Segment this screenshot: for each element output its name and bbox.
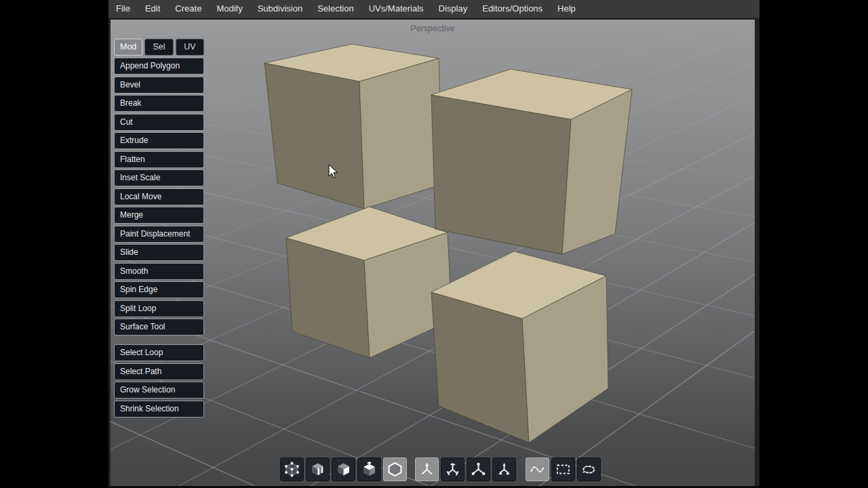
tool-button-split-loop[interactable]: Split Loop [114, 300, 204, 317]
transform-tool-button[interactable] [492, 458, 516, 481]
element-mode-button[interactable] [357, 458, 381, 481]
tool-button-select-loop[interactable]: Select Loop [114, 344, 204, 361]
rotate-tool-icon [444, 461, 461, 478]
tool-panel: ModSelUV Append PolygonBevelBreakCutExtr… [114, 39, 204, 419]
tool-button-local-move[interactable]: Local Move [114, 188, 204, 205]
cube-bottom-left[interactable] [286, 207, 452, 358]
tool-button-slide[interactable]: Slide [114, 244, 204, 261]
tool-button-merge[interactable]: Merge [114, 207, 204, 224]
tool-button-shrink-selection[interactable]: Shrink Selection [114, 401, 204, 418]
tool-button-append-polygon[interactable]: Append Polygon [114, 58, 204, 75]
menu-bar: FileEditCreateModifySubdivisionSelection… [108, 0, 760, 18]
vertex-mode-button[interactable] [280, 458, 304, 481]
object-mode-icon [387, 461, 403, 478]
tool-button-select-path[interactable]: Select Path [114, 363, 204, 380]
face-mode-icon [335, 461, 352, 478]
lasso-select-icon [580, 461, 597, 478]
edge-mode-button[interactable] [306, 458, 330, 481]
tool-button-inset-scale[interactable]: Inset Scale [114, 169, 204, 186]
toolbar-group-selection-mode [280, 458, 407, 481]
menu-item-file[interactable]: File [108, 0, 138, 18]
face-mode-button[interactable] [332, 458, 355, 481]
menu-item-edit[interactable]: Edit [138, 0, 167, 18]
scale-tool-button[interactable] [467, 458, 490, 481]
rect-select-button[interactable] [551, 458, 575, 481]
select-tool-group: Select LoopSelect PathGrow SelectionShri… [114, 344, 204, 418]
screen: { "menu_bar": { "items": ["File","Edit",… [0, 0, 868, 488]
cube-top-right-left-face[interactable] [431, 95, 571, 254]
viewport-canvas[interactable] [111, 20, 755, 486]
move-tool-button[interactable] [415, 458, 439, 481]
letterbox-right [760, 0, 868, 488]
object-mode-button[interactable] [383, 458, 407, 481]
tab-sel[interactable]: Sel [144, 39, 173, 56]
cube-top-left-left-face[interactable] [264, 63, 364, 209]
mod-tool-group: Append PolygonBevelBreakCutExtrudeFlatte… [114, 58, 204, 336]
tool-button-cut[interactable]: Cut [114, 114, 204, 131]
cube-top-left-right-face[interactable] [359, 58, 442, 209]
menu-item-subdivision[interactable]: Subdivision [250, 0, 311, 18]
menu-item-selection[interactable]: Selection [310, 0, 361, 18]
lasso-select-button[interactable] [577, 458, 601, 481]
tool-button-surface-tool[interactable]: Surface Tool [114, 319, 204, 336]
tool-panel-tabs: ModSelUV [114, 39, 204, 56]
cube-bottom-right[interactable] [431, 251, 608, 443]
freeform-select-icon [529, 461, 546, 478]
tab-mod[interactable]: Mod [114, 39, 142, 56]
rect-select-icon [555, 461, 572, 478]
menu-item-editors-options[interactable]: Editors/Options [475, 0, 550, 18]
tool-button-grow-selection[interactable]: Grow Selection [114, 382, 204, 399]
tool-button-spin-edge[interactable]: Spin Edge [114, 281, 204, 298]
menu-item-display[interactable]: Display [431, 0, 475, 18]
menu-item-modify[interactable]: Modify [209, 0, 250, 18]
menu-item-uvs-materials[interactable]: UVs/Materials [361, 0, 431, 18]
menu-item-help[interactable]: Help [550, 0, 583, 18]
tool-button-extrude[interactable]: Extrude [114, 132, 204, 149]
freeform-select-button[interactable] [526, 458, 549, 481]
cube-top-right[interactable] [431, 69, 632, 254]
tool-button-bevel[interactable]: Bevel [114, 77, 204, 94]
toolbar-group-manipulator [415, 458, 516, 481]
element-mode-icon [361, 461, 378, 478]
edge-mode-icon [309, 461, 326, 478]
toolbar-group-marquee [526, 458, 601, 481]
move-tool-icon [418, 461, 435, 478]
tool-button-break[interactable]: Break [114, 95, 204, 112]
vertex-mode-icon [283, 461, 300, 478]
app-window: FileEditCreateModifySubdivisionSelection… [108, 0, 760, 488]
cube-top-left[interactable] [264, 44, 442, 209]
bottom-toolbar [280, 458, 601, 481]
tab-uv[interactable]: UV [176, 39, 204, 56]
scale-tool-icon [470, 461, 487, 478]
viewport[interactable]: Perspective ModSelUV Append PolygonBevel… [108, 18, 760, 486]
letterbox-left [0, 0, 108, 488]
transform-tool-icon [496, 461, 513, 478]
tool-button-paint-displacement[interactable]: Paint Displacement [114, 226, 204, 243]
tool-button-smooth[interactable]: Smooth [114, 263, 204, 280]
grid-line [111, 176, 755, 486]
rotate-tool-button[interactable] [441, 458, 465, 481]
menu-item-create[interactable]: Create [167, 0, 209, 18]
tool-button-flatten[interactable]: Flatten [114, 151, 204, 168]
